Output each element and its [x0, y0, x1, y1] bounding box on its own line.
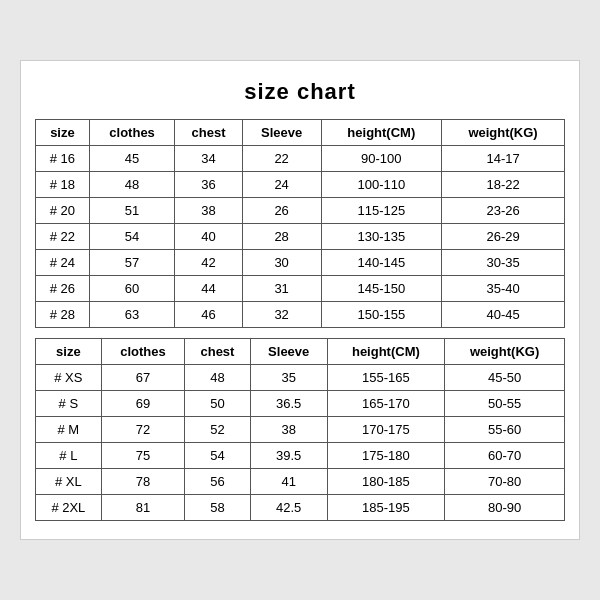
table-cell: 35-40	[442, 276, 565, 302]
table-cell: # 16	[36, 146, 90, 172]
column-header: Sleeve	[250, 339, 327, 365]
table-cell: 34	[175, 146, 242, 172]
table-cell: 26	[242, 198, 321, 224]
table-row: # S695036.5165-17050-55	[36, 391, 565, 417]
size-chart-card: size chart sizeclotheschestSleeveheight(…	[20, 60, 580, 540]
table-cell: 30-35	[442, 250, 565, 276]
table-cell: 60-70	[445, 443, 565, 469]
table-cell: # S	[36, 391, 102, 417]
table-cell: 150-155	[321, 302, 442, 328]
size-table-2: sizeclotheschestSleeveheight(CM)weight(K…	[35, 338, 565, 521]
table-cell: 52	[185, 417, 251, 443]
table-cell: 40-45	[442, 302, 565, 328]
table-cell: 180-185	[327, 469, 445, 495]
table-cell: 185-195	[327, 495, 445, 521]
table-cell: 42	[175, 250, 242, 276]
table-cell: 44	[175, 276, 242, 302]
table-cell: 38	[250, 417, 327, 443]
table-cell: 46	[175, 302, 242, 328]
table-cell: 24	[242, 172, 321, 198]
table-cell: 36.5	[250, 391, 327, 417]
table-cell: 60	[89, 276, 175, 302]
table-cell: 56	[185, 469, 251, 495]
table-cell: 50-55	[445, 391, 565, 417]
table-cell: 165-170	[327, 391, 445, 417]
column-header: clothes	[101, 339, 184, 365]
table-cell: 50	[185, 391, 251, 417]
table-cell: 90-100	[321, 146, 442, 172]
table-cell: 30	[242, 250, 321, 276]
table-cell: 40	[175, 224, 242, 250]
table-cell: 72	[101, 417, 184, 443]
table-cell: # 22	[36, 224, 90, 250]
size-table-1: sizeclotheschestSleeveheight(CM)weight(K…	[35, 119, 565, 328]
table-cell: 57	[89, 250, 175, 276]
table-cell: 45	[89, 146, 175, 172]
table-row: # 1645342290-10014-17	[36, 146, 565, 172]
table-cell: # 24	[36, 250, 90, 276]
table-row: # M725238170-17555-60	[36, 417, 565, 443]
table-cell: # 28	[36, 302, 90, 328]
table-cell: 18-22	[442, 172, 565, 198]
column-header: size	[36, 339, 102, 365]
table-cell: 58	[185, 495, 251, 521]
table-cell: 42.5	[250, 495, 327, 521]
column-header: Sleeve	[242, 120, 321, 146]
table-cell: 115-125	[321, 198, 442, 224]
table-cell: 36	[175, 172, 242, 198]
table-cell: 23-26	[442, 198, 565, 224]
table-cell: 48	[185, 365, 251, 391]
table-cell: # 18	[36, 172, 90, 198]
table-cell: # 2XL	[36, 495, 102, 521]
chart-title: size chart	[35, 79, 565, 105]
table-cell: 67	[101, 365, 184, 391]
table-cell: 45-50	[445, 365, 565, 391]
table-cell: 51	[89, 198, 175, 224]
table-cell: # XL	[36, 469, 102, 495]
table-cell: 175-180	[327, 443, 445, 469]
table-cell: 35	[250, 365, 327, 391]
table-cell: 26-29	[442, 224, 565, 250]
table-cell: 31	[242, 276, 321, 302]
table-cell: 22	[242, 146, 321, 172]
table-cell: 75	[101, 443, 184, 469]
table-row: # XL785641180-18570-80	[36, 469, 565, 495]
table-cell: 55-60	[445, 417, 565, 443]
table-cell: # 20	[36, 198, 90, 224]
table-cell: 54	[89, 224, 175, 250]
table-row: # 20513826115-12523-26	[36, 198, 565, 224]
table-row: # 18483624100-11018-22	[36, 172, 565, 198]
table-row: # 24574230140-14530-35	[36, 250, 565, 276]
table-cell: 14-17	[442, 146, 565, 172]
table-cell: 100-110	[321, 172, 442, 198]
table-cell: 39.5	[250, 443, 327, 469]
table-cell: 69	[101, 391, 184, 417]
table-cell: 80-90	[445, 495, 565, 521]
section-divider	[35, 328, 565, 338]
table-cell: 170-175	[327, 417, 445, 443]
table-row: # 2XL815842.5185-19580-90	[36, 495, 565, 521]
table-cell: 38	[175, 198, 242, 224]
table-cell: 48	[89, 172, 175, 198]
column-header: clothes	[89, 120, 175, 146]
table-row: # 22544028130-13526-29	[36, 224, 565, 250]
table-row: # XS674835155-16545-50	[36, 365, 565, 391]
column-header: weight(KG)	[445, 339, 565, 365]
table-cell: 130-135	[321, 224, 442, 250]
table-row: # L755439.5175-18060-70	[36, 443, 565, 469]
column-header: weight(KG)	[442, 120, 565, 146]
table-cell: # XS	[36, 365, 102, 391]
table-cell: 63	[89, 302, 175, 328]
column-header: height(CM)	[327, 339, 445, 365]
table-cell: # L	[36, 443, 102, 469]
table-cell: 78	[101, 469, 184, 495]
table-row: # 28634632150-15540-45	[36, 302, 565, 328]
column-header: size	[36, 120, 90, 146]
table-cell: 155-165	[327, 365, 445, 391]
table-cell: 54	[185, 443, 251, 469]
table-cell: 145-150	[321, 276, 442, 302]
table-cell: 28	[242, 224, 321, 250]
table-cell: 81	[101, 495, 184, 521]
table-cell: 140-145	[321, 250, 442, 276]
table-row: # 26604431145-15035-40	[36, 276, 565, 302]
